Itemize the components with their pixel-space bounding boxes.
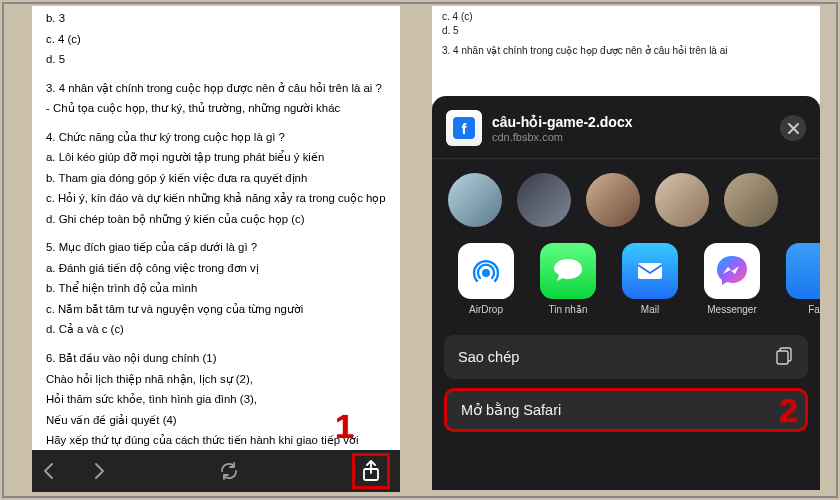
forward-icon[interactable] [92,462,106,480]
action-label: Sao chép [458,349,519,365]
share-sheet: f câu-hỏi-game-2.docx cdn.fbsbx.com [432,96,820,490]
action-open-safari[interactable]: Mở bằng Safari [444,388,808,432]
app-label: Messenger [707,304,756,315]
mail-icon [622,243,678,299]
document-page: b. 3 c. 4 (c) d. 5 3. 4 nhân vật chính t… [32,6,400,456]
app-label: Mail [641,304,659,315]
doc-line: Hỏi thăm sức khỏe, tình hình gia đình (3… [46,391,386,408]
doc-line: d. 5 [442,24,810,38]
left-screenshot: b. 3 c. 4 (c) d. 5 3. 4 nhân vật chính t… [8,6,418,494]
doc-file-icon: f [446,110,482,146]
back-icon[interactable] [42,462,56,480]
facebook-icon [786,243,820,299]
contact-avatar[interactable] [655,173,709,227]
document-page-behind: c. 4 (c) d. 5 3. 4 nhân vật chính trong … [432,6,820,104]
contact-avatar[interactable] [724,173,778,227]
doc-line: a. Lôi kéo giúp đỡ mọi người tập trung p… [46,149,386,166]
doc-line: 4. Chức năng của thư ký trong cuộc họp l… [46,129,386,146]
contact-avatar[interactable] [448,173,502,227]
airdrop-icon [458,243,514,299]
doc-line: b. 3 [46,10,386,27]
doc-line: 6. Bắt đầu vào nội dung chính (1) [46,350,386,367]
doc-line: c. 4 (c) [442,10,810,24]
doc-line: Chào hỏi lịch thiệp nhã nhận, lịch sự (2… [46,371,386,388]
app-label: Tin nhắn [549,304,588,315]
share-button[interactable] [352,453,390,489]
svg-point-1 [482,269,490,277]
share-app-facebook[interactable]: Fa [778,243,820,315]
doc-line: a. Đánh giá tiến độ công việc trong đơn … [46,260,386,277]
messenger-icon [704,243,760,299]
contact-avatar[interactable] [517,173,571,227]
share-app-mail[interactable]: Mail [614,243,686,315]
share-app-messages[interactable]: Tin nhắn [532,243,604,315]
right-screenshot: c. 4 (c) d. 5 3. 4 nhân vật chính trong … [420,6,832,494]
svg-rect-2 [638,263,662,279]
messages-icon [540,243,596,299]
share-contacts-row [432,158,820,235]
share-sheet-header: f câu-hỏi-game-2.docx cdn.fbsbx.com [432,96,820,158]
browser-bottom-toolbar [32,450,400,492]
app-label: Fa [808,304,820,315]
doc-line: b. Tham gia đóng góp ý kiến việc đưa ra … [46,170,386,187]
svg-rect-4 [777,351,788,364]
copy-icon [774,346,794,369]
contact-avatar[interactable] [586,173,640,227]
doc-line: 5. Mục đích giao tiếp của cấp dưới là gì… [46,239,386,256]
doc-line: c. 4 (c) [46,31,386,48]
doc-line: 3. 4 nhân vật chính trong cuộc họp được … [442,44,810,58]
doc-line: d. 5 [46,51,386,68]
app-label: AirDrop [469,304,503,315]
doc-line: c. Hỏi ý, kín đáo và dự kiến những khả n… [46,190,386,207]
refresh-icon[interactable] [219,461,239,481]
share-source: cdn.fbsbx.com [492,131,770,143]
doc-line: b. Thể hiện trình độ của mình [46,280,386,297]
doc-line: d. Ghi chép toàn bộ những ý kiến của cuộ… [46,211,386,228]
action-label: Mở bằng Safari [461,402,561,418]
doc-line: d. Cả a và c (c) [46,321,386,338]
doc-line: 3. 4 nhân vật chính trong cuộc họp được … [46,80,386,97]
doc-line: c. Nắm bắt tâm tư và nguyện vọng của từn… [46,301,386,318]
close-button[interactable] [780,115,806,141]
share-app-airdrop[interactable]: AirDrop [450,243,522,315]
share-apps-row: AirDrop Tin nhắn Mail Messenger [432,235,820,323]
share-filename: câu-hỏi-game-2.docx [492,114,770,130]
callout-one: 1 [335,407,354,446]
action-copy[interactable]: Sao chép [444,335,808,379]
callout-two: 2 [779,391,798,430]
facebook-badge-icon: f [453,117,475,139]
doc-line: - Chủ tọa cuộc họp, thư ký, thủ trường, … [46,100,386,117]
share-app-messenger[interactable]: Messenger [696,243,768,315]
